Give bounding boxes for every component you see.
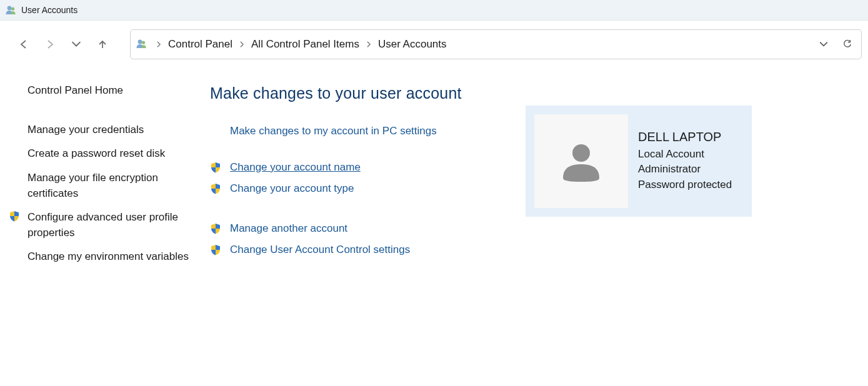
sidebar-item-label: Manage your credentials <box>27 122 144 138</box>
manage-another-account-link[interactable]: Manage another account <box>210 222 526 235</box>
content: Control Panel Home Manage your credentia… <box>0 66 868 274</box>
chevron-right-icon[interactable] <box>362 39 376 49</box>
shield-icon <box>9 210 20 225</box>
user-password-status: Password protected <box>638 177 732 193</box>
sidebar-item-label: Change my environment variables <box>27 249 189 265</box>
sidebar-item-advanced-profile[interactable]: Configure advanced user profile properti… <box>27 210 194 240</box>
shield-icon <box>210 223 230 234</box>
window-title: User Accounts <box>21 5 77 15</box>
link-label: Change your account name <box>230 161 361 174</box>
breadcrumb-control-panel[interactable]: Control Panel <box>166 36 235 53</box>
change-uac-settings-link[interactable]: Change User Account Control settings <box>210 244 526 256</box>
shield-icon <box>210 183 230 194</box>
sidebar: Control Panel Home Manage your credentia… <box>0 66 200 274</box>
chevron-right-icon[interactable] <box>235 39 249 49</box>
user-role: Administrator <box>638 162 732 177</box>
link-label: Manage another account <box>230 222 347 235</box>
user-info: DELL LAPTOP Local Account Administrator … <box>628 130 732 193</box>
pc-settings-link-label: Make changes to my account in PC setting… <box>230 125 437 137</box>
sidebar-home-label: Control Panel Home <box>27 83 123 99</box>
user-name: DELL LAPTOP <box>638 130 732 144</box>
forward-button[interactable] <box>39 33 61 56</box>
sidebar-item-manage-credentials[interactable]: Manage your credentials <box>27 122 194 138</box>
chevron-right-icon[interactable] <box>152 39 166 49</box>
link-label: Change your account type <box>230 182 354 195</box>
shield-icon <box>210 162 230 173</box>
page-title: Make changes to your user account <box>210 84 526 102</box>
avatar <box>534 114 628 208</box>
nav-row: Control Panel All Control Panel Items Us… <box>0 21 868 66</box>
address-bar[interactable]: Control Panel All Control Panel Items Us… <box>130 29 862 59</box>
sidebar-item-password-reset-disk[interactable]: Create a password reset disk <box>27 146 194 162</box>
address-icon <box>136 38 148 51</box>
shield-icon <box>210 244 230 255</box>
breadcrumb-user-accounts[interactable]: User Accounts <box>376 36 449 53</box>
sidebar-item-label: Manage your file encryption certificates <box>27 171 194 201</box>
change-account-name-link[interactable]: Change your account name <box>210 161 526 174</box>
main: Make changes to your user account Make c… <box>200 66 868 274</box>
control-panel-home[interactable]: Control Panel Home <box>27 83 194 99</box>
user-account-type: Local Account <box>638 147 732 162</box>
refresh-button[interactable] <box>839 36 856 53</box>
title-bar: User Accounts <box>0 0 868 21</box>
user-accounts-icon <box>5 4 16 16</box>
recent-dropdown[interactable] <box>65 33 87 56</box>
breadcrumb-all-items[interactable]: All Control Panel Items <box>249 36 362 53</box>
sidebar-item-label: Create a password reset disk <box>27 146 165 162</box>
pc-settings-link[interactable]: Make changes to my account in PC setting… <box>210 125 526 137</box>
sidebar-item-environment-vars[interactable]: Change my environment variables <box>27 249 194 265</box>
address-history-dropdown[interactable] <box>815 36 832 53</box>
up-button[interactable] <box>91 33 114 56</box>
sidebar-item-file-encryption[interactable]: Manage your file encryption certificates <box>27 171 194 201</box>
user-card: DELL LAPTOP Local Account Administrator … <box>526 106 752 217</box>
sidebar-item-label: Configure advanced user profile properti… <box>27 210 194 240</box>
change-account-type-link[interactable]: Change your account type <box>210 182 526 195</box>
link-label: Change User Account Control settings <box>230 244 410 256</box>
back-button[interactable] <box>12 33 35 56</box>
